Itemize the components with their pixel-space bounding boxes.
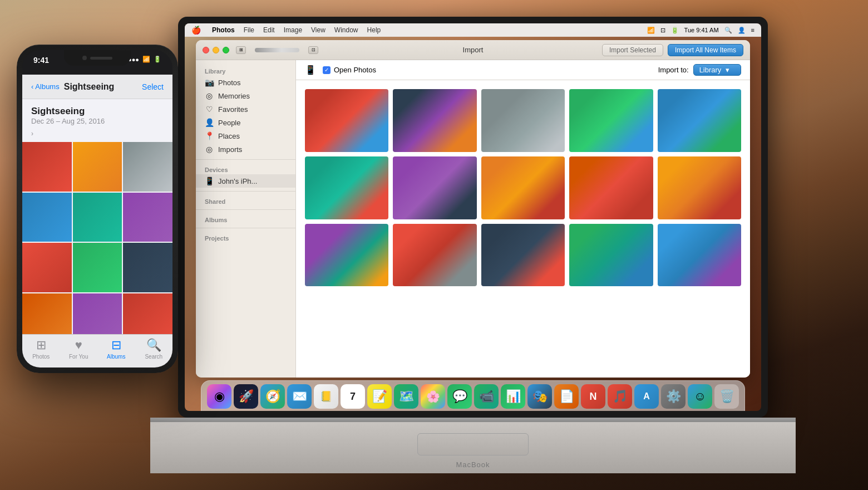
dock-photos[interactable]: 🌸 (421, 384, 445, 409)
menu-help[interactable]: Help (367, 26, 381, 34)
dock-finder[interactable]: ☺ (688, 384, 712, 409)
sidebar-item-photos[interactable]: 📷 Photos (196, 76, 295, 89)
dock-news[interactable]: N (581, 384, 605, 409)
app-name[interactable]: Photos (212, 26, 235, 34)
search-icon[interactable]: 🔍 (724, 27, 732, 34)
iphone-photo-6[interactable] (123, 193, 172, 242)
import-all-button[interactable]: Import All New Items (668, 44, 743, 56)
photo-thumb-6[interactable] (305, 156, 388, 219)
wifi-icon: 📶 (142, 56, 150, 63)
photo-thumb-5[interactable] (658, 89, 741, 152)
battery-icon: 🔋 (671, 27, 679, 34)
photo-thumb-9[interactable] (569, 156, 653, 219)
menu-extras-icon[interactable]: ≡ (751, 27, 754, 33)
dock-calendar[interactable]: 7 (341, 384, 365, 409)
import-destination-select[interactable]: Library ▾ (693, 64, 741, 76)
photo-thumb-14[interactable] (569, 224, 653, 287)
dock: ◉ 🚀 🧭 ✉️ 📒 7 📝 🗺️ 🌸 💬 📹 📊 🎭 📄 N 🎵 A ⚙️ ☺ (201, 380, 745, 411)
iphone-tab-search[interactable]: 🔍 Search (135, 338, 173, 360)
open-photos-checkbox[interactable]: ✓ (323, 66, 331, 74)
dock-appstore[interactable]: A (634, 384, 659, 409)
maximize-button[interactable] (223, 47, 229, 53)
dock-maps[interactable]: 🗺️ (394, 384, 418, 409)
menu-edit[interactable]: Edit (263, 26, 275, 34)
dock-music[interactable]: 🎵 (608, 384, 632, 409)
dock-numbers[interactable]: 📊 (501, 384, 525, 409)
sidebar-item-memories[interactable]: ◎ Memories (196, 89, 295, 102)
back-button[interactable]: ‹ Albums (31, 82, 60, 91)
iphone-status-icons: ●●● 📶 🔋 (128, 56, 161, 63)
dock-contacts[interactable]: 📒 (314, 384, 338, 409)
iphone-photo-12[interactable] (123, 293, 172, 334)
iphone-photo-5[interactable] (73, 193, 122, 242)
photo-thumb-2[interactable] (393, 89, 476, 152)
photo-thumb-10[interactable] (658, 156, 741, 219)
sidebar-item-favorites[interactable]: ♡ Favorites (196, 102, 295, 116)
dock-trash[interactable]: 🗑️ (714, 384, 739, 409)
import-selected-button[interactable]: Import Selected (602, 44, 663, 56)
close-button[interactable] (203, 47, 209, 53)
iphone-tab-bar: ⊞ Photos ♥ For You ⊟ Albums 🔍 Search (22, 334, 172, 367)
clock: Tue 9:41 AM (684, 27, 719, 33)
iphone-photo-1[interactable] (22, 142, 72, 192)
open-photos-toggle[interactable]: ✓ Open Photos (323, 66, 376, 74)
sidebar-item-places[interactable]: 📍 Places (196, 129, 295, 143)
dock-notes[interactable]: 📝 (367, 384, 392, 409)
iphone-photo-8[interactable] (73, 243, 122, 292)
user-icon[interactable]: 👤 (738, 27, 746, 34)
iphone-photo-3[interactable] (123, 142, 172, 192)
sidebar-item-imports[interactable]: ◎ Imports (196, 143, 295, 156)
menu-file[interactable]: File (244, 26, 254, 34)
iphone-tab-photos[interactable]: ⊞ Photos (22, 338, 60, 360)
menu-image[interactable]: Image (284, 26, 302, 34)
sidebar-device-iphone[interactable]: 📱 John's iPh... (196, 174, 295, 188)
dock-systemprefs[interactable]: ⚙️ (661, 384, 685, 409)
photo-thumb-1[interactable] (305, 89, 388, 152)
photo-thumb-11[interactable] (305, 224, 388, 287)
iphone-photo-10[interactable] (22, 293, 72, 334)
menu-window[interactable]: Window (334, 26, 358, 34)
import-header: 📱 ✓ Open Photos Import to: Library ▾ (296, 60, 750, 80)
iphone-photo-11[interactable] (73, 293, 122, 334)
apple-menu-icon[interactable]: 🍎 (191, 26, 201, 35)
dock-safari[interactable]: 🧭 (260, 384, 285, 409)
iphone-tab-albums[interactable]: ⊟ Albums (97, 338, 135, 360)
photo-thumb-13[interactable] (481, 224, 565, 287)
dock-messages[interactable]: 💬 (447, 384, 472, 409)
photos-tab-icon: ⊞ (36, 338, 46, 352)
dock-keynote[interactable]: 🎭 (527, 384, 552, 409)
chevron-left-icon: ‹ (31, 82, 33, 91)
fullscreen-toggle[interactable]: ⊡ (308, 46, 318, 54)
dock-launchpad[interactable]: 🚀 (234, 384, 258, 409)
albums-tab-label: Albums (107, 354, 125, 360)
album-header: Sightseeing Dec 26 – Aug 25, 2016 (22, 99, 172, 128)
iphone-tab-foryou[interactable]: ♥ For You (60, 338, 98, 360)
menu-view[interactable]: View (311, 26, 326, 34)
iphone-photo-2[interactable] (73, 142, 122, 192)
dock-mail[interactable]: ✉️ (287, 384, 312, 409)
chevron-down-icon: ▾ (726, 66, 729, 74)
minimize-button[interactable] (213, 47, 219, 53)
dock-siri[interactable]: ◉ (207, 384, 231, 409)
photo-thumb-7[interactable] (393, 156, 476, 219)
iphone-nav-bar: ‹ Albums Sightseeing Select (22, 75, 172, 99)
trackpad[interactable] (417, 433, 529, 455)
speaker (90, 57, 112, 60)
sidebar-imports-label: Imports (218, 145, 242, 154)
select-button[interactable]: Select (142, 82, 164, 91)
iphone-photo-4[interactable] (22, 193, 72, 242)
photo-thumb-4[interactable] (569, 89, 653, 152)
photo-thumb-15[interactable] (658, 224, 741, 287)
iphone-notch (64, 50, 131, 66)
dock-facetime[interactable]: 📹 (474, 384, 499, 409)
iphone-photo-9[interactable] (123, 243, 172, 292)
photo-thumb-8[interactable] (481, 156, 565, 219)
iphone-screen: 9:41 ●●● 📶 🔋 ‹ Albums Sightseeing Select (22, 50, 172, 367)
photo-thumb-12[interactable] (393, 224, 476, 287)
photo-thumb-3[interactable] (481, 89, 565, 152)
sidebar-item-people[interactable]: 👤 People (196, 116, 295, 129)
iphone-photo-7[interactable] (22, 243, 72, 292)
sidebar-toggle[interactable]: ⊞ (236, 46, 246, 54)
zoom-slider[interactable] (255, 48, 299, 52)
dock-pages[interactable]: 📄 (554, 384, 579, 409)
